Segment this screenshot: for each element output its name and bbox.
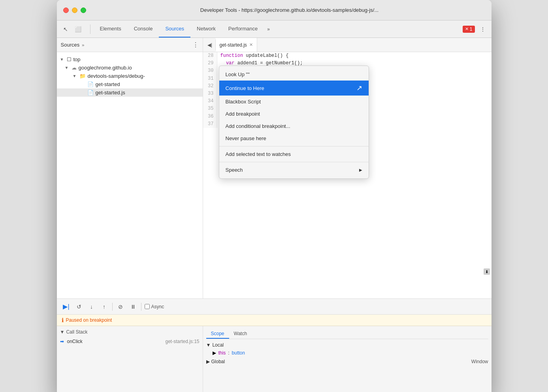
line-content: function updateLabel() { <box>217 52 289 60</box>
scope-panel: Scope Watch ▼ Local ▶ this : button <box>203 326 492 392</box>
panel-more-btn[interactable]: » <box>82 43 84 47</box>
line-number: 30 <box>203 67 217 75</box>
tab-performance[interactable]: Performance <box>222 21 264 38</box>
deactivate-breakpoints-btn[interactable]: ⊘ <box>116 302 125 311</box>
step-over-btn[interactable]: ↺ <box>74 302 84 311</box>
context-menu: Look Up "" Continue to Here ↗ Blackbox S… <box>219 66 369 179</box>
error-count: 1 <box>470 26 473 32</box>
tree-item-github[interactable]: ▼ ☁ googlechrome.github.io <box>57 64 203 72</box>
tree-item-html[interactable]: 📄 get-started <box>57 80 203 88</box>
breakpoint-bar: ℹ Paused on breakpoint <box>57 315 492 326</box>
devtools-window: Developer Tools - https://googlechrome.g… <box>57 0 492 392</box>
close-button[interactable] <box>63 8 69 13</box>
file-tree: ▼ ☐ top ▼ ☁ googlechrome.github.io ▼ 📁 d… <box>57 52 203 298</box>
scope-key: this <box>218 350 226 356</box>
tree-item-js[interactable]: 📄 get-started.js <box>57 88 203 97</box>
call-stack-item[interactable]: ➡ onClick get-started.js:15 <box>60 337 200 346</box>
js-file-icon: 📄 <box>87 90 94 96</box>
cursor-icon[interactable]: ↖ <box>60 24 71 35</box>
panel-menu-btn[interactable]: ⋮ <box>192 41 199 49</box>
maximize-button[interactable] <box>81 8 86 13</box>
editor-tab-close[interactable]: ✕ <box>249 42 253 47</box>
ctx-add-breakpoint[interactable]: Add breakpoint <box>219 108 369 120</box>
ctx-lookup-label: Look Up "" <box>226 71 250 77</box>
tree-label: top <box>73 56 81 62</box>
breakpoint-icon: ℹ <box>62 317 64 323</box>
line-number: 31 <box>203 75 217 83</box>
pause-on-exceptions-btn[interactable]: ⏸ <box>128 302 138 311</box>
line-number: 37 <box>203 120 217 128</box>
line-number: 33 <box>203 90 217 98</box>
ctx-continue[interactable]: Continue to Here ↗ <box>219 81 369 96</box>
right-panel: ◀| get-started.js ✕ 28 function updateLa… <box>203 38 492 298</box>
step-into-btn[interactable]: ↓ <box>87 302 96 311</box>
device-icon[interactable]: ⬜ <box>73 24 84 35</box>
cloud-icon: ☁ <box>72 65 77 71</box>
folder-icon: ☐ <box>67 56 72 62</box>
line-number: 28 <box>203 52 217 60</box>
ctx-never-pause-label: Never pause here <box>226 135 266 141</box>
scope-global-header: ▶ Global Window <box>206 359 488 364</box>
tab-more[interactable]: » <box>264 21 273 38</box>
file-icon: 📄 <box>87 81 94 87</box>
call-stack-header: ▼ Call Stack <box>60 329 200 335</box>
panel-header: Sources » ⋮ <box>57 38 203 52</box>
toolbar-divider <box>90 24 90 34</box>
editor-tab-js[interactable]: get-started.js ✕ <box>216 38 257 52</box>
title-bar: Developer Tools - https://googlechrome.g… <box>57 0 492 21</box>
scope-global-val: Window <box>471 359 488 364</box>
ctx-lookup[interactable]: Look Up "" <box>219 68 369 81</box>
tree-item-devtools[interactable]: ▼ 📁 devtools-samples/debug- <box>57 72 203 80</box>
tree-item-top[interactable]: ▼ ☐ top <box>57 55 203 64</box>
minimize-button[interactable] <box>72 8 77 13</box>
bottom-area: ▶| ↺ ↓ ↑ ⊘ ⏸ Async ℹ Paused on breakpoin… <box>57 298 492 392</box>
debug-divider-2 <box>141 303 141 311</box>
panel-title: Sources <box>61 42 80 48</box>
line-number: 36 <box>203 113 217 120</box>
tab-sources[interactable]: Sources <box>159 21 190 38</box>
async-checkbox[interactable]: Async <box>145 304 164 309</box>
tab-elements[interactable]: Elements <box>94 21 128 38</box>
editor-nav-btn[interactable]: ◀| <box>205 39 216 51</box>
error-badge[interactable]: ✕ 1 <box>463 26 475 33</box>
tab-network[interactable]: Network <box>190 21 222 38</box>
scope-local-header: ▼ Local <box>206 342 488 348</box>
ctx-blackbox[interactable]: Blackbox Script <box>219 96 369 108</box>
ctx-speech-label: Speech <box>226 167 243 173</box>
ctx-conditional-breakpoint[interactable]: Add conditional breakpoint... <box>219 120 369 132</box>
ctx-speech[interactable]: Speech ▶ <box>219 164 369 176</box>
call-file: get-started.js:15 <box>165 339 199 344</box>
tree-label: googlechrome.github.io <box>79 65 132 71</box>
ctx-add-to-watches[interactable]: Add selected text to watches <box>219 148 369 160</box>
more-menu-button[interactable]: ⋮ <box>477 24 488 35</box>
scope-global-arrow: ▶ <box>206 359 210 364</box>
editor-tab-label: get-started.js <box>220 42 247 48</box>
cursor-icon: ↗ <box>356 84 362 92</box>
line-number: 29 <box>203 60 217 67</box>
debug-divider <box>112 303 113 311</box>
scroll-to-bottom-btn[interactable]: ⬇ <box>484 268 490 275</box>
tab-watch[interactable]: Watch <box>229 329 252 339</box>
breakpoint-text: Paused on breakpoint <box>66 317 112 323</box>
tab-console[interactable]: Console <box>128 21 159 38</box>
ctx-continue-label: Continue to Here <box>226 85 264 91</box>
toolbar-icons: ↖ ⬜ <box>60 24 84 35</box>
step-out-btn[interactable]: ↑ <box>100 302 109 311</box>
line-number: 32 <box>203 83 217 90</box>
async-checkbox-input[interactable] <box>145 304 150 309</box>
submenu-arrow-icon: ▶ <box>359 168 362 172</box>
scope-arrow: ▶ <box>213 350 216 356</box>
line-number: 35 <box>203 105 217 113</box>
code-line-28: 28 function updateLabel() { <box>203 52 492 60</box>
scope-colon: : <box>228 350 229 356</box>
left-panel: Sources » ⋮ ▼ ☐ top ▼ ☁ googlechrome.git… <box>57 38 203 298</box>
tab-scope[interactable]: Scope <box>206 329 229 339</box>
resume-btn[interactable]: ▶| <box>62 302 71 311</box>
tree-label: get-started <box>96 81 120 87</box>
debug-toolbar: ▶| ↺ ↓ ↑ ⊘ ⏸ Async <box>57 299 492 315</box>
main-content: Sources » ⋮ ▼ ☐ top ▼ ☁ googlechrome.git… <box>57 38 492 298</box>
call-name: onClick <box>67 339 83 344</box>
ctx-never-pause[interactable]: Never pause here <box>219 132 369 144</box>
bottom-panels: ▼ Call Stack ➡ onClick get-started.js:15… <box>57 326 492 392</box>
ctx-separator-1 <box>219 146 369 146</box>
